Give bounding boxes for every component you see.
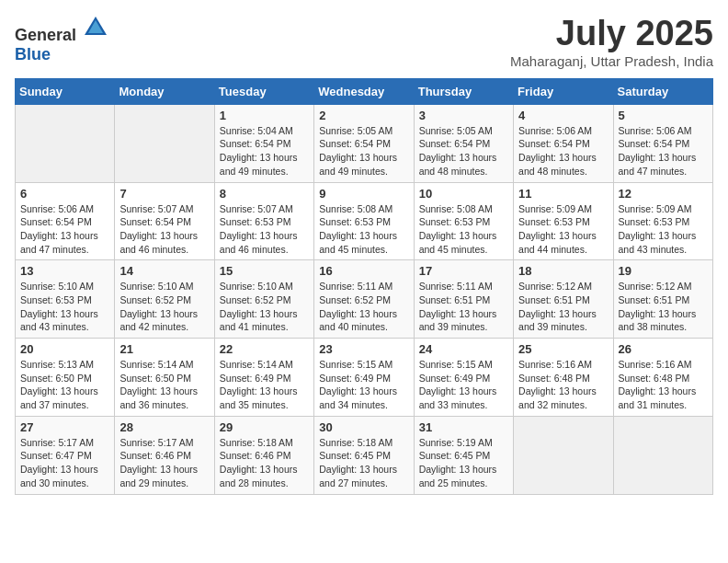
day-info: Sunrise: 5:05 AM Sunset: 6:54 PM Dayligh…: [419, 124, 508, 178]
day-number: 20: [20, 342, 109, 356]
calendar-cell: 13Sunrise: 5:10 AM Sunset: 6:53 PM Dayli…: [16, 260, 115, 339]
month-year-title: July 2025: [510, 15, 713, 53]
day-number: 12: [619, 187, 708, 201]
day-number: 23: [319, 342, 408, 356]
day-number: 31: [419, 420, 508, 434]
calendar-cell: 19Sunrise: 5:12 AM Sunset: 6:51 PM Dayli…: [613, 260, 712, 339]
day-number: 19: [619, 264, 708, 278]
day-info: Sunrise: 5:14 AM Sunset: 6:50 PM Dayligh…: [119, 358, 209, 412]
day-number: 5: [619, 109, 708, 122]
day-info: Sunrise: 5:04 AM Sunset: 6:54 PM Dayligh…: [220, 124, 309, 178]
day-info: Sunrise: 5:06 AM Sunset: 6:54 PM Dayligh…: [619, 124, 708, 178]
day-number: 11: [518, 187, 608, 201]
day-number: 9: [319, 187, 408, 201]
day-info: Sunrise: 5:10 AM Sunset: 6:52 PM Dayligh…: [220, 280, 309, 334]
day-number: 28: [119, 420, 209, 434]
day-info: Sunrise: 5:12 AM Sunset: 6:51 PM Dayligh…: [518, 280, 608, 334]
location-subtitle: Maharaganj, Uttar Pradesh, India: [510, 53, 713, 69]
day-number: 22: [220, 342, 309, 356]
calendar-cell: 18Sunrise: 5:12 AM Sunset: 6:51 PM Dayli…: [514, 260, 613, 339]
calendar-cell: 3Sunrise: 5:05 AM Sunset: 6:54 PM Daylig…: [414, 104, 513, 182]
calendar-cell: 22Sunrise: 5:14 AM Sunset: 6:49 PM Dayli…: [214, 339, 313, 417]
day-info: Sunrise: 5:06 AM Sunset: 6:54 PM Dayligh…: [518, 124, 608, 178]
weekday-header-thursday: Thursday: [414, 78, 513, 104]
day-info: Sunrise: 5:13 AM Sunset: 6:50 PM Dayligh…: [20, 358, 109, 412]
day-info: Sunrise: 5:15 AM Sunset: 6:49 PM Dayligh…: [419, 358, 508, 412]
day-number: 1: [220, 109, 309, 122]
calendar-cell: 11Sunrise: 5:09 AM Sunset: 6:53 PM Dayli…: [514, 182, 613, 260]
page-header: General Blue July 2025 Maharaganj, Uttar…: [15, 15, 713, 69]
calendar-week-row: 20Sunrise: 5:13 AM Sunset: 6:50 PM Dayli…: [16, 339, 713, 417]
calendar-cell: 7Sunrise: 5:07 AM Sunset: 6:54 PM Daylig…: [115, 182, 214, 260]
day-info: Sunrise: 5:09 AM Sunset: 6:53 PM Dayligh…: [518, 202, 608, 257]
day-number: 27: [20, 420, 109, 434]
calendar-cell: 10Sunrise: 5:08 AM Sunset: 6:53 PM Dayli…: [414, 182, 513, 260]
logo-general: General: [15, 26, 76, 44]
calendar-header: SundayMondayTuesdayWednesdayThursdayFrid…: [16, 78, 713, 104]
calendar-cell: 16Sunrise: 5:11 AM Sunset: 6:52 PM Dayli…: [314, 260, 414, 339]
day-info: Sunrise: 5:08 AM Sunset: 6:53 PM Dayligh…: [419, 202, 508, 257]
title-section: July 2025 Maharaganj, Uttar Pradesh, Ind…: [510, 15, 713, 69]
day-info: Sunrise: 5:14 AM Sunset: 6:49 PM Dayligh…: [220, 358, 309, 412]
calendar-cell: [514, 416, 613, 494]
day-info: Sunrise: 5:12 AM Sunset: 6:51 PM Dayligh…: [619, 280, 708, 334]
calendar-cell: 2Sunrise: 5:05 AM Sunset: 6:54 PM Daylig…: [314, 104, 414, 182]
day-info: Sunrise: 5:06 AM Sunset: 6:54 PM Dayligh…: [20, 202, 109, 257]
calendar-cell: 8Sunrise: 5:07 AM Sunset: 6:53 PM Daylig…: [214, 182, 313, 260]
day-number: 10: [419, 187, 508, 201]
day-number: 26: [619, 342, 708, 356]
weekday-header-friday: Friday: [514, 78, 613, 104]
day-info: Sunrise: 5:08 AM Sunset: 6:53 PM Dayligh…: [319, 202, 408, 257]
calendar-cell: 23Sunrise: 5:15 AM Sunset: 6:49 PM Dayli…: [314, 339, 414, 417]
day-info: Sunrise: 5:10 AM Sunset: 6:52 PM Dayligh…: [119, 280, 209, 334]
logo: General Blue: [15, 15, 108, 64]
calendar-cell: 25Sunrise: 5:16 AM Sunset: 6:48 PM Dayli…: [514, 339, 613, 417]
logo-text: General Blue: [15, 15, 108, 64]
day-number: 2: [319, 109, 408, 122]
calendar-cell: [16, 104, 115, 182]
day-info: Sunrise: 5:16 AM Sunset: 6:48 PM Dayligh…: [619, 358, 708, 412]
calendar-cell: 17Sunrise: 5:11 AM Sunset: 6:51 PM Dayli…: [414, 260, 513, 339]
weekday-header-row: SundayMondayTuesdayWednesdayThursdayFrid…: [16, 78, 713, 104]
day-info: Sunrise: 5:07 AM Sunset: 6:53 PM Dayligh…: [220, 202, 309, 257]
day-info: Sunrise: 5:09 AM Sunset: 6:53 PM Dayligh…: [619, 202, 708, 257]
calendar-cell: 27Sunrise: 5:17 AM Sunset: 6:47 PM Dayli…: [16, 416, 115, 494]
calendar-cell: 5Sunrise: 5:06 AM Sunset: 6:54 PM Daylig…: [613, 104, 712, 182]
calendar-cell: 4Sunrise: 5:06 AM Sunset: 6:54 PM Daylig…: [514, 104, 613, 182]
day-number: 8: [220, 187, 309, 201]
calendar-cell: 12Sunrise: 5:09 AM Sunset: 6:53 PM Dayli…: [613, 182, 712, 260]
calendar-body: 1Sunrise: 5:04 AM Sunset: 6:54 PM Daylig…: [16, 104, 713, 494]
weekday-header-sunday: Sunday: [16, 78, 115, 104]
calendar-cell: 28Sunrise: 5:17 AM Sunset: 6:46 PM Dayli…: [115, 416, 214, 494]
day-number: 24: [419, 342, 508, 356]
weekday-header-monday: Monday: [115, 78, 214, 104]
day-number: 16: [319, 264, 408, 278]
calendar-cell: 29Sunrise: 5:18 AM Sunset: 6:46 PM Dayli…: [214, 416, 313, 494]
weekday-header-tuesday: Tuesday: [214, 78, 313, 104]
logo-icon: [83, 15, 108, 40]
calendar-cell: [613, 416, 712, 494]
day-info: Sunrise: 5:10 AM Sunset: 6:53 PM Dayligh…: [20, 280, 109, 334]
calendar-cell: 1Sunrise: 5:04 AM Sunset: 6:54 PM Daylig…: [214, 104, 313, 182]
calendar-cell: 6Sunrise: 5:06 AM Sunset: 6:54 PM Daylig…: [16, 182, 115, 260]
day-number: 29: [220, 420, 309, 434]
day-info: Sunrise: 5:19 AM Sunset: 6:45 PM Dayligh…: [419, 436, 508, 490]
day-number: 4: [518, 109, 608, 122]
day-number: 3: [419, 109, 508, 122]
day-number: 15: [220, 264, 309, 278]
day-info: Sunrise: 5:16 AM Sunset: 6:48 PM Dayligh…: [518, 358, 608, 412]
day-info: Sunrise: 5:05 AM Sunset: 6:54 PM Dayligh…: [319, 124, 408, 178]
day-info: Sunrise: 5:07 AM Sunset: 6:54 PM Dayligh…: [119, 202, 209, 257]
day-number: 25: [518, 342, 608, 356]
day-info: Sunrise: 5:18 AM Sunset: 6:46 PM Dayligh…: [220, 436, 309, 490]
day-number: 7: [119, 187, 209, 201]
calendar-cell: 24Sunrise: 5:15 AM Sunset: 6:49 PM Dayli…: [414, 339, 513, 417]
day-number: 21: [119, 342, 209, 356]
calendar-week-row: 6Sunrise: 5:06 AM Sunset: 6:54 PM Daylig…: [16, 182, 713, 260]
weekday-header-wednesday: Wednesday: [314, 78, 414, 104]
calendar-cell: 15Sunrise: 5:10 AM Sunset: 6:52 PM Dayli…: [214, 260, 313, 339]
day-info: Sunrise: 5:17 AM Sunset: 6:47 PM Dayligh…: [20, 436, 109, 490]
day-number: 6: [20, 187, 109, 201]
day-info: Sunrise: 5:18 AM Sunset: 6:45 PM Dayligh…: [319, 436, 408, 490]
day-info: Sunrise: 5:11 AM Sunset: 6:51 PM Dayligh…: [419, 280, 508, 334]
